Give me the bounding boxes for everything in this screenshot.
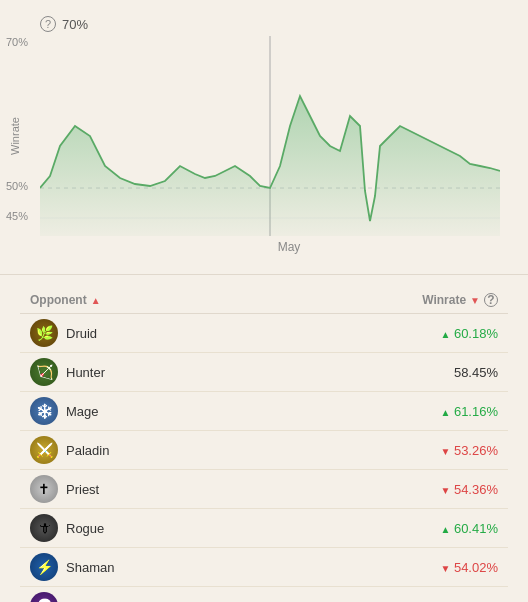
winrate-number: 60.41% <box>454 521 498 536</box>
table-row[interactable]: ❄️ Mage ▲ 61.16% <box>20 392 508 431</box>
opponent-cell: 💀 Warlock <box>30 592 112 602</box>
winrate-value: ▼ 54.02% <box>440 560 498 575</box>
druid-icon: 🌿 <box>30 319 58 347</box>
table-row[interactable]: 💀 Warlock ▲ 63.57% <box>20 587 508 602</box>
winrate-value: ▼ 54.36% <box>440 482 498 497</box>
chart-top-value: 70% <box>62 17 88 32</box>
class-name: Paladin <box>66 443 109 458</box>
opponent-cell: ⚔️ Paladin <box>30 436 109 464</box>
direction-icon: ▼ <box>440 446 450 457</box>
opponent-cell: 🏹 Hunter <box>30 358 105 386</box>
hunter-icon: 🏹 <box>30 358 58 386</box>
class-name: Druid <box>66 326 97 341</box>
mage-icon: ❄️ <box>30 397 58 425</box>
direction-icon: ▼ <box>440 485 450 496</box>
priest-icon: ✝ <box>30 475 58 503</box>
table-row[interactable]: 🗡 Rogue ▲ 60.41% <box>20 509 508 548</box>
paladin-icon: ⚔️ <box>30 436 58 464</box>
table-row[interactable]: ⚔️ Paladin ▼ 53.26% <box>20 431 508 470</box>
opponent-cell: ❄️ Mage <box>30 397 99 425</box>
opponent-header: Opponent ▲ <box>30 293 101 307</box>
winrate-value: ▲ 60.18% <box>440 326 498 341</box>
opponent-sort-icon[interactable]: ▲ <box>91 295 101 306</box>
winrate-value: ▲ 63.57% <box>440 599 498 603</box>
table-body: 🌿 Druid ▲ 60.18% 🏹 Hunter 58.45% <box>20 314 508 602</box>
chart-container: Winrate 70% 50% 45% <box>40 36 500 236</box>
y-axis-label: Winrate <box>9 117 21 155</box>
opponent-cell: ✝ Priest <box>30 475 99 503</box>
winrate-value: ▲ 61.16% <box>440 404 498 419</box>
chart-section: ? 70% Winrate 70% 50% 45% <box>0 0 528 270</box>
section-divider <box>0 274 528 275</box>
opponent-label: Opponent <box>30 293 87 307</box>
table-row[interactable]: ✝ Priest ▼ 54.36% <box>20 470 508 509</box>
table-row[interactable]: ⚡ Shaman ▼ 54.02% <box>20 548 508 587</box>
table-section: Opponent ▲ Winrate ▼ ? 🌿 Druid ▲ 60.18% <box>0 279 528 602</box>
winrate-number: 58.45% <box>454 365 498 380</box>
table-row[interactable]: 🌿 Druid ▲ 60.18% <box>20 314 508 353</box>
winrate-number: 53.26% <box>454 443 498 458</box>
warlock-icon: 💀 <box>30 592 58 602</box>
winrate-number: 54.02% <box>454 560 498 575</box>
winrate-number: 60.18% <box>454 326 498 341</box>
winrate-value: 58.45% <box>454 365 498 380</box>
y-label-50: 50% <box>6 180 28 192</box>
direction-icon: ▲ <box>440 524 450 535</box>
opponent-cell: ⚡ Shaman <box>30 553 114 581</box>
winrate-info-icon[interactable]: ? <box>484 293 498 307</box>
help-icon[interactable]: ? <box>40 16 56 32</box>
x-axis-label: May <box>70 240 508 254</box>
class-name: Rogue <box>66 521 104 536</box>
winrate-number: 54.36% <box>454 482 498 497</box>
shaman-icon: ⚡ <box>30 553 58 581</box>
winrate-label: Winrate <box>422 293 466 307</box>
direction-icon: ▲ <box>440 407 450 418</box>
class-name: Priest <box>66 482 99 497</box>
direction-icon: ▲ <box>440 329 450 340</box>
chart-svg <box>40 36 500 236</box>
y-label-45: 45% <box>6 210 28 222</box>
winrate-number: 63.57% <box>454 599 498 603</box>
y-label-70: 70% <box>6 36 28 48</box>
opponent-cell: 🗡 Rogue <box>30 514 104 542</box>
winrate-value: ▲ 60.41% <box>440 521 498 536</box>
direction-icon: ▼ <box>440 563 450 574</box>
class-name: Shaman <box>66 560 114 575</box>
class-name: Warlock <box>66 599 112 603</box>
table-header: Opponent ▲ Winrate ▼ ? <box>20 287 508 314</box>
winrate-number: 61.16% <box>454 404 498 419</box>
rogue-icon: 🗡 <box>30 514 58 542</box>
class-name: Mage <box>66 404 99 419</box>
winrate-value: ▼ 53.26% <box>440 443 498 458</box>
winrate-sort-icon[interactable]: ▼ <box>470 295 480 306</box>
winrate-header: Winrate ▼ ? <box>422 293 498 307</box>
table-row[interactable]: 🏹 Hunter 58.45% <box>20 353 508 392</box>
opponent-cell: 🌿 Druid <box>30 319 97 347</box>
class-name: Hunter <box>66 365 105 380</box>
